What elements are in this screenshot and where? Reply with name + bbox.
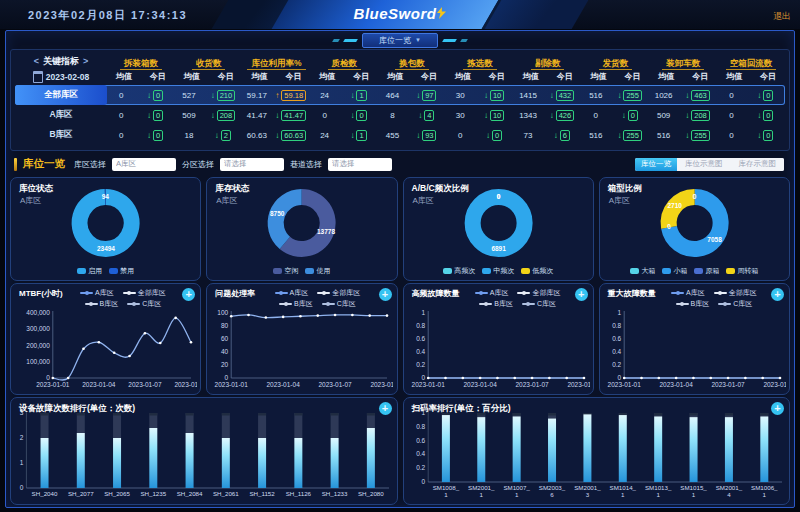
legend-marker-icon (127, 303, 140, 305)
today-value-box: 0 (492, 130, 502, 141)
svg-text:0: 0 (496, 193, 500, 200)
avg-value: 0 (310, 111, 338, 120)
prev-page-icon[interactable]: < (34, 56, 39, 66)
legend-item[interactable]: 全部库区 (517, 288, 560, 298)
legend-item[interactable]: B库区 (85, 299, 119, 309)
row-label: B库区 (15, 125, 107, 145)
legend-item[interactable]: A库区 (671, 288, 705, 298)
metric-subheaders: 均值今日 (107, 71, 175, 82)
today-value: ↓208 (678, 110, 717, 121)
today-value: ↓0 (135, 110, 174, 121)
today-value: ↓426 (542, 110, 581, 121)
legend-label: 大箱 (641, 266, 655, 276)
legend-label: 全部库区 (729, 288, 757, 298)
legend-item[interactable]: 空闲 (273, 266, 298, 276)
view-switch-option[interactable]: 库存示意图 (731, 158, 785, 171)
legend-item[interactable]: 低频次 (521, 266, 553, 276)
line-chart-svg[interactable]: 00.20.40.60.812023-01-012023-01-042023-0… (407, 307, 590, 389)
legend-item[interactable]: 禁用 (109, 266, 134, 276)
svg-text:SM2001_1: SM2001_1 (468, 484, 495, 498)
avg-value: 509 (175, 111, 203, 120)
warehouse-select-input[interactable] (112, 158, 176, 171)
chart-legend: A库区全部库区B库区C库区 (463, 288, 573, 309)
avg-value: 0 (107, 91, 135, 100)
kpi-group-header-row: <关键指标>拆装箱数收货数库位利用率%质检数换包数拣选数剔除数发货数装卸车数空箱… (15, 52, 785, 68)
legend-item[interactable]: B库区 (279, 299, 313, 309)
legend-item[interactable]: 使用 (305, 266, 330, 276)
legend-label: 空闲 (284, 266, 298, 276)
legend-item[interactable]: C库区 (127, 299, 161, 309)
legend-item[interactable]: B库区 (479, 299, 513, 309)
view-switch-active[interactable]: 库位一览 (635, 158, 677, 171)
line-chart-svg[interactable]: 00.20.40.60.812023-01-012023-01-042023-0… (603, 307, 786, 389)
legend-item[interactable]: 高频次 (443, 266, 475, 276)
svg-text:1: 1 (421, 309, 425, 316)
metric-cell: 60.63↓60.63 (243, 125, 311, 145)
legend-item[interactable]: C库区 (718, 299, 752, 309)
metric-cell: 59.17↑59.18 (243, 85, 311, 105)
expand-button[interactable]: + (379, 288, 392, 301)
kpi-subheader-row: 2023-02-08均值今日均值今日均值今日均值今日均值今日均值今日均值今日均值… (15, 68, 785, 85)
avg-value: 509 (649, 111, 677, 120)
legend-item[interactable]: B库区 (676, 299, 710, 309)
next-page-icon[interactable]: > (83, 56, 88, 66)
legend-item[interactable]: 全部库区 (317, 288, 360, 298)
table-row[interactable]: 全部库区0↓0527↓21059.17↑59.1824↓1464↓9730↓10… (15, 85, 785, 105)
legend-marker-icon (521, 268, 530, 274)
expand-button[interactable]: + (771, 402, 784, 415)
expand-button[interactable]: + (575, 288, 588, 301)
svg-text:0.6: 0.6 (612, 335, 621, 342)
svg-text:SM1007_1: SM1007_1 (503, 484, 530, 498)
donut-card: 箱型比例A库区0705802710大箱小箱原箱周转箱 (599, 177, 790, 281)
logout-button[interactable]: 退出 (773, 10, 791, 23)
legend-item[interactable]: 启用 (77, 266, 102, 276)
aisle-select-input[interactable] (328, 158, 392, 171)
avg-value: 0 (717, 131, 745, 140)
view-selector-button[interactable]: 库位一览 ▼ (362, 33, 438, 48)
legend-label: A库区 (290, 288, 309, 298)
svg-text:2023-01-07: 2023-01-07 (515, 381, 549, 388)
legend-item[interactable]: 小箱 (662, 266, 687, 276)
legend-marker-icon (662, 268, 671, 274)
logo-banner: BlueSword (250, 0, 550, 29)
donut-chart-row: 库位状态A库区2349494启用禁用库存状态A库区137788750空闲使用A/… (10, 177, 790, 281)
today-value: ↓93 (407, 130, 446, 141)
chart-title: 设备故障次数排行(单位：次数) (19, 403, 135, 415)
line-chart-svg[interactable]: 0100,000200,000300,000400,0002023-01-012… (14, 307, 197, 389)
section-marker-icon (14, 158, 17, 171)
main-panel: 库位一览 ▼ <关键指标>拆装箱数收货数库位利用率%质检数换包数拣选数剔除数发货… (5, 30, 795, 508)
legend-marker-icon (275, 292, 288, 294)
kpi-date[interactable]: 2023-02-08 (15, 71, 107, 83)
svg-text:1: 1 (20, 459, 24, 466)
zone-select-input[interactable] (220, 158, 284, 171)
legend-item[interactable]: 周转箱 (726, 266, 758, 276)
nav-strip: 库位一览 ▼ (10, 33, 790, 47)
expand-button[interactable]: + (771, 288, 784, 301)
svg-text:2023-01-01: 2023-01-01 (607, 381, 641, 388)
legend-label: 禁用 (120, 266, 134, 276)
legend-item[interactable]: A库区 (475, 288, 509, 298)
metric-cell: 0↓0 (717, 85, 785, 105)
legend-item[interactable]: 原箱 (694, 266, 719, 276)
legend-item[interactable]: 中频次 (482, 266, 514, 276)
today-value: ↓0 (610, 110, 649, 121)
legend-item[interactable]: 全部库区 (123, 288, 166, 298)
bar-chart-svg[interactable]: 0123SH_2040SH_2077SH_2065SH_1235SH_2084S… (14, 407, 394, 499)
table-row[interactable]: B库区0↓018↓260.63↓60.6324↓1455↓930↓073↓651… (15, 125, 785, 145)
today-value-box: 59.18 (281, 90, 306, 101)
legend-item[interactable]: C库区 (522, 299, 556, 309)
svg-text:0.6: 0.6 (416, 335, 425, 342)
legend-item[interactable]: C库区 (322, 299, 356, 309)
legend-label: 高频次 (454, 266, 475, 276)
metric-title: 拣选数 (446, 52, 514, 70)
expand-button[interactable]: + (379, 402, 392, 415)
bar-chart-svg[interactable]: 00.20.40.60.81SM1008_1SM2001_1SM1007_1SM… (407, 407, 787, 499)
legend-item[interactable]: A库区 (80, 288, 114, 298)
legend-item[interactable]: 全部库区 (714, 288, 757, 298)
legend-item[interactable]: A库区 (275, 288, 309, 298)
line-chart-svg[interactable]: 0204060801002023-01-012023-01-042023-01-… (210, 307, 393, 389)
table-row[interactable]: A库区0↓0509↓20841.47↓41.470↓08↓430↓101343↓… (15, 105, 785, 125)
svg-text:0.8: 0.8 (416, 322, 425, 329)
view-switch-option[interactable]: 库位示意图 (677, 158, 731, 171)
legend-item[interactable]: 大箱 (630, 266, 655, 276)
